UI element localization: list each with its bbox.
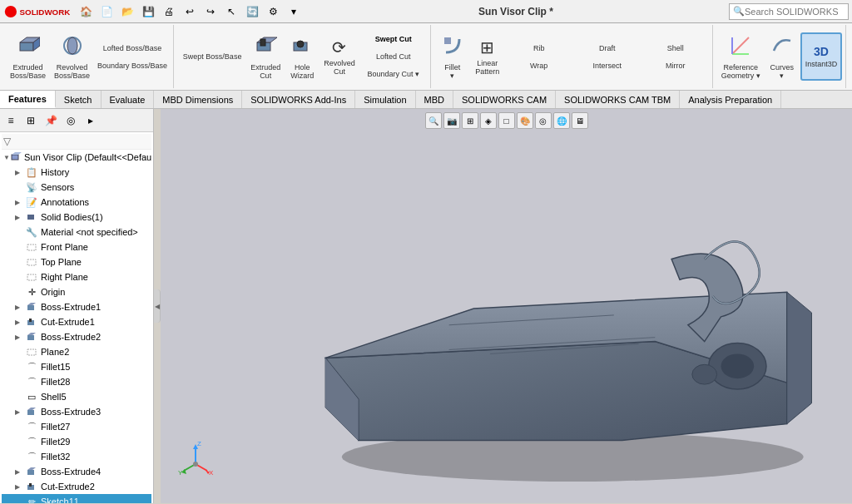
open-btn[interactable]: 📂 [118, 2, 136, 21]
curves-button[interactable]: Curves▾ [765, 32, 799, 81]
intersect-button[interactable]: Intersect [574, 57, 641, 74]
redo-btn[interactable]: ↪ [201, 2, 220, 21]
mirror-button[interactable]: Mirror [642, 57, 709, 74]
tree-item-origin[interactable]: ✛ Origin [2, 284, 151, 299]
extruded-boss-button[interactable]: ExtrudedBoss/Base [7, 32, 49, 81]
history-icon: 📋 [25, 166, 38, 179]
tree-item-history-label: History [41, 167, 69, 177]
reference-geometry-button[interactable]: ReferenceGeometry ▾ [718, 32, 764, 81]
search-box[interactable]: 🔍 [729, 3, 849, 20]
filter-bar: ▽ [2, 134, 151, 150]
undo-btn[interactable]: ↩ [181, 2, 199, 21]
settings-btn[interactable]: ▸ [82, 111, 100, 130]
tree-item-history[interactable]: ▶ 📋 History [2, 165, 151, 180]
select-btn[interactable]: ↖ [222, 2, 240, 21]
vp-scene-btn[interactable]: 🌐 [553, 112, 570, 129]
tab-analysis-prep[interactable]: Analysis Preparation [680, 91, 781, 108]
tab-solidworks-cam-tbm[interactable]: SOLIDWORKS CAM TBM [556, 91, 680, 108]
tree-item-top-plane[interactable]: Top Plane [2, 254, 151, 269]
tree-item-boss-extrude1[interactable]: ▶ Boss-Extrude1 [2, 299, 151, 314]
swept-boss-button[interactable]: Swept Boss/Base [179, 48, 245, 65]
home-btn[interactable]: 🏠 [77, 2, 95, 21]
tree-item-sensors[interactable]: 📡 Sensors [2, 180, 151, 195]
tree-item-right-plane[interactable]: Right Plane [2, 269, 151, 284]
save-btn[interactable]: 💾 [139, 2, 157, 21]
tree-item-plane2[interactable]: Plane2 [2, 344, 151, 359]
vp-grid-btn[interactable]: ⊞ [462, 112, 478, 129]
options-btn[interactable]: ⚙ [264, 2, 282, 21]
grid-view-btn[interactable]: ⊞ [22, 111, 40, 130]
tree-item-boss-extrude2-label: Boss-Extrude2 [41, 332, 101, 342]
tree-item-fillet15[interactable]: ⌒ Fillet15 [2, 359, 151, 374]
vp-shading-btn[interactable]: ◈ [480, 112, 497, 129]
tree-item-fillet28[interactable]: ⌒ Fillet28 [2, 374, 151, 389]
hole-wizard-button[interactable]: HoleWizard [285, 32, 319, 81]
fillet15-icon: ⌒ [25, 360, 38, 373]
tree-item-boss-extrude3[interactable]: ▶ Boss-Extrude3 [2, 404, 151, 419]
tab-solidworks-addins[interactable]: SOLIDWORKS Add-Ins [242, 91, 355, 108]
revolved-cut-button[interactable]: ⟳ RevolvedCut [320, 32, 359, 81]
pin-btn[interactable]: 📌 [42, 111, 60, 130]
lofted-cut-button[interactable]: Lofted Cut [360, 48, 427, 65]
svg-marker-23 [27, 303, 36, 305]
vp-color-btn[interactable]: 🎨 [517, 112, 533, 129]
shell5-icon: ▭ [25, 390, 38, 403]
tab-solidworks-cam[interactable]: SOLIDWORKS CAM [453, 91, 556, 108]
vp-search-btn[interactable]: 🔍 [425, 112, 442, 129]
reference-geometry-icon [729, 34, 752, 62]
tab-sketch[interactable]: Sketch [56, 91, 102, 108]
vp-realview-btn[interactable]: ◎ [535, 112, 552, 129]
boundary-boss-button[interactable]: Boundary Boss/Base [95, 57, 170, 74]
instant3d-button[interactable]: 3D Instant3D [800, 32, 843, 81]
tree-item-solid-bodies[interactable]: ▶ Solid Bodies(1) [2, 210, 151, 225]
tree-item-sketch11[interactable]: ✏ Sketch11 [2, 494, 151, 503]
tree-item-fillet29[interactable]: ⌒ Fillet29 [2, 434, 151, 449]
tab-features[interactable]: Features [0, 91, 56, 108]
vp-camera-btn[interactable]: 📷 [443, 112, 460, 129]
revolved-boss-button[interactable]: RevolvedBoss/Base [51, 32, 93, 81]
viewport[interactable]: 🔍 📷 ⊞ ◈ □ 🎨 ◎ 🌐 🖥 [161, 109, 852, 503]
top-plane-icon [25, 255, 38, 269]
tree-item-boss-extrude4[interactable]: ▶ Boss-Extrude4 [2, 464, 151, 479]
boundary-cut-button[interactable]: Boundary Cut ▾ [360, 66, 427, 82]
shell-label: Shell [667, 44, 684, 52]
filter-btn[interactable]: ◎ [62, 111, 80, 130]
tab-mbd-dimensions[interactable]: MBD Dimensions [154, 91, 242, 108]
vp-hidden-btn[interactable]: □ [498, 112, 515, 129]
boss-extrude1-icon [25, 300, 38, 314]
linear-pattern-button[interactable]: ⊞ LinearPattern [471, 32, 504, 81]
tree-item-cut-extrude2[interactable]: ▶ Cut-Extrude2 [2, 479, 151, 494]
fillet-button[interactable]: Fillet▾ [436, 32, 469, 81]
tree-item-material[interactable]: 🔧 Material <not specified> [2, 225, 151, 240]
tree-item-fillet27[interactable]: ⌒ Fillet27 [2, 419, 151, 434]
tree-item-shell5[interactable]: ▭ Shell5 [2, 389, 151, 404]
extruded-cut-button[interactable]: ExtrudedCut [247, 32, 284, 81]
list-view-btn[interactable]: ≡ [2, 111, 20, 130]
vp-monitor-btn[interactable]: 🖥 [572, 112, 588, 129]
rebuild-btn[interactable]: 🔄 [243, 2, 261, 21]
new-btn[interactable]: 📄 [97, 2, 116, 21]
tab-evaluate[interactable]: Evaluate [102, 91, 155, 108]
tree-root-item[interactable]: ▼ Sun Visor Clip (Default<<Default [2, 150, 151, 165]
swept-cut-label: Swept Cut [375, 35, 412, 43]
tree-item-annotations[interactable]: ▶ 📝 Annotations [2, 195, 151, 210]
tree-item-front-plane[interactable]: Front Plane [2, 240, 151, 254]
wrap-button[interactable]: Wrap [506, 57, 572, 74]
rib-label: Rib [533, 44, 545, 52]
lofted-boss-button[interactable]: Lofted Boss/Base [95, 40, 170, 57]
swept-cut-button[interactable]: Swept Cut [360, 31, 427, 47]
svg-rect-21 [27, 274, 36, 280]
tree-item-boss-extrude2[interactable]: ▶ Boss-Extrude2 [2, 329, 151, 344]
tab-mbd[interactable]: MBD [416, 91, 453, 108]
search-input[interactable] [745, 7, 845, 17]
svg-rect-16 [12, 155, 18, 160]
shell-button[interactable]: Shell [642, 40, 709, 57]
draft-button[interactable]: Draft [574, 40, 641, 57]
print-btn[interactable]: 🖨 [160, 2, 178, 21]
tab-simulation[interactable]: Simulation [355, 91, 415, 108]
tree-item-fillet32[interactable]: ⌒ Fillet32 [2, 449, 151, 464]
dropdown-btn[interactable]: ▾ [285, 2, 303, 21]
rib-button[interactable]: Rib [506, 40, 572, 57]
sidebar-collapse-handle[interactable]: ◀ [154, 289, 161, 323]
tree-item-cut-extrude1[interactable]: ▶ Cut-Extrude1 [2, 314, 151, 329]
